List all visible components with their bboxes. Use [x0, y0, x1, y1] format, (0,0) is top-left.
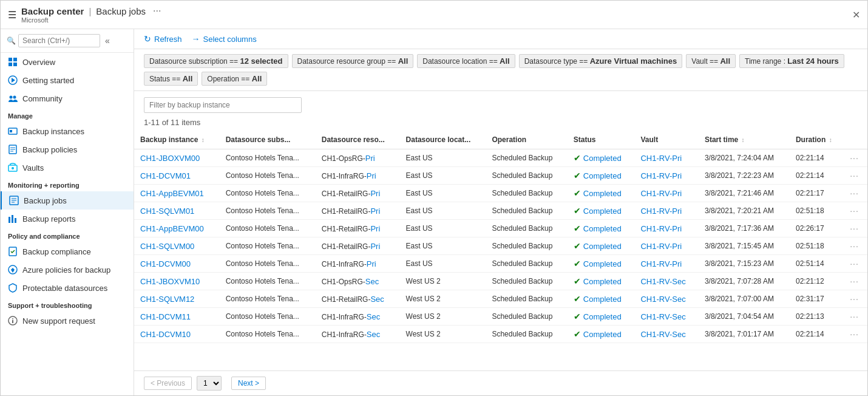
instance-link[interactable]: CH1-DCVM01 [140, 171, 191, 180]
instance-link[interactable]: CH1-DCVM00 [140, 259, 191, 268]
vault-link[interactable]: CH1-RV-Sec [640, 312, 685, 321]
vault-link[interactable]: CH1-RV-Sec [640, 277, 685, 286]
vault-link[interactable]: CH1-RV-Pri [640, 154, 682, 163]
col-location: Datasource locat... [400, 131, 486, 149]
cell-duration: 02:26:17 [790, 220, 844, 237]
rg-link[interactable]: Pri [370, 224, 380, 233]
status-text: Completed [583, 295, 622, 304]
row-more-options-button[interactable]: ··· [850, 329, 859, 339]
svg-marker-5 [12, 78, 15, 83]
instance-link[interactable]: CH1-JBOXVM10 [140, 277, 200, 286]
instance-link[interactable]: CH1-JBOXVM00 [140, 154, 200, 163]
filter-chip-subscription[interactable]: Datasource subscription == 12 selected [144, 54, 288, 68]
row-more-options-button[interactable]: ··· [850, 171, 859, 180]
filter-chip-type[interactable]: Datasource type == Azure Virtual machine… [519, 54, 683, 68]
row-more-options-button[interactable]: ··· [850, 276, 859, 286]
table-row: CH1-AppBEVM00Contoso Hotels Tena...CH1-R… [134, 220, 867, 237]
instance-link[interactable]: CH1-AppBEVM01 [140, 189, 204, 198]
row-more-options-button[interactable]: ··· [850, 259, 859, 268]
table-row: CH1-DCVM11Contoso Hotels Tena...CH1-Infr… [134, 308, 867, 326]
rg-link[interactable]: Pri [370, 207, 380, 216]
rg-link[interactable]: Sec [367, 312, 380, 321]
sidebar-item-label: Protectable datasources [22, 284, 107, 293]
col-start-time[interactable]: Start time ↕ [699, 131, 790, 149]
rg-link[interactable]: Pri [365, 154, 375, 163]
sidebar-item-vaults[interactable]: Vaults [1, 159, 134, 177]
cell-operation: Scheduled Backup [486, 326, 567, 343]
sidebar-item-overview[interactable]: Overview [1, 53, 134, 71]
sidebar-item-new-support-request[interactable]: New support request [1, 312, 134, 330]
row-more-options-button[interactable]: ··· [850, 206, 859, 216]
sidebar-item-getting-started[interactable]: Getting started [1, 71, 134, 89]
filter-input[interactable] [144, 97, 302, 113]
sidebar-item-azure-policies[interactable]: Azure policies for backup [1, 261, 134, 279]
sidebar-item-protectable-datasources[interactable]: Protectable datasources [1, 279, 134, 297]
sidebar-item-backup-instances[interactable]: Backup instances [1, 122, 134, 140]
more-options-icon[interactable]: ··· [153, 5, 161, 16]
vault-link[interactable]: CH1-RV-Pri [640, 224, 682, 233]
row-more-options-button[interactable]: ··· [850, 294, 859, 304]
rg-link[interactable]: Sec [370, 295, 384, 304]
filter-chip-vault[interactable]: Vault == All [686, 54, 736, 68]
rg-link[interactable]: Pri [370, 189, 380, 198]
col-backup-instance[interactable]: Backup instance ↕ [134, 131, 220, 149]
filter-chip-operation[interactable]: Operation == All [202, 72, 267, 86]
instance-link[interactable]: CH1-SQLVM01 [140, 207, 194, 216]
cell-subscription: Contoso Hotels Tena... [220, 273, 316, 290]
svg-point-26 [12, 318, 13, 319]
rg-link[interactable]: Pri [367, 171, 376, 180]
row-more-options-button[interactable]: ··· [850, 153, 859, 163]
search-input[interactable] [18, 34, 100, 47]
rg-link[interactable]: Sec [367, 330, 380, 339]
rg-link[interactable]: Pri [370, 242, 380, 251]
cell-instance: CH1-AppBEVM00 [134, 220, 220, 237]
vault-link[interactable]: CH1-RV-Pri [640, 189, 682, 198]
close-button[interactable]: ✕ [852, 9, 860, 21]
cell-actions: ··· [844, 326, 867, 343]
vault-link[interactable]: CH1-RV-Sec [640, 295, 685, 304]
sidebar-item-backup-jobs[interactable]: Backup jobs [1, 191, 134, 210]
vault-link[interactable]: CH1-RV-Pri [640, 259, 682, 268]
svg-rect-0 [8, 58, 12, 61]
prev-page-button[interactable]: < Previous [144, 377, 192, 390]
row-more-options-button[interactable]: ··· [850, 188, 859, 198]
cell-start-time: 3/8/2021, 7:04:54 AM [699, 308, 790, 326]
instance-link[interactable]: CH1-DCVM11 [140, 312, 191, 321]
sidebar-item-community[interactable]: Community [1, 89, 134, 108]
sidebar-item-backup-compliance[interactable]: Backup compliance [1, 242, 134, 261]
rg-link[interactable]: Pri [367, 259, 376, 268]
filter-chip-time-range[interactable]: Time range : Last 24 hours [739, 54, 844, 68]
instance-link[interactable]: CH1-AppBEVM00 [140, 224, 204, 233]
menu-icon[interactable]: ☰ [8, 9, 16, 21]
monitoring-section-header: Monitoring + reporting [1, 177, 134, 191]
row-more-options-button[interactable]: ··· [850, 241, 859, 251]
rg-link[interactable]: Sec [365, 277, 379, 286]
page-select[interactable]: 1 [197, 376, 222, 391]
filter-chip-resource-group[interactable]: Datasource resource group == All [292, 54, 414, 68]
svg-rect-20 [8, 217, 10, 223]
sort-icon-instance: ↕ [202, 137, 205, 143]
instance-link[interactable]: CH1-DCVM10 [140, 330, 191, 339]
sidebar-item-backup-policies[interactable]: Backup policies [1, 140, 134, 159]
select-columns-button[interactable]: → Select columns [192, 34, 257, 44]
cell-resource-group: CH1-RetailRG-Pri [316, 237, 400, 255]
instance-link[interactable]: CH1-SQLVM00 [140, 242, 194, 251]
collapse-sidebar-button[interactable]: « [105, 36, 110, 46]
row-more-options-button[interactable]: ··· [850, 224, 859, 233]
vault-link[interactable]: CH1-RV-Sec [640, 330, 685, 339]
cell-subscription: Contoso Hotels Tena... [220, 290, 316, 308]
instance-link[interactable]: CH1-SQLVM12 [140, 295, 194, 304]
refresh-button[interactable]: ↻ Refresh [144, 34, 182, 44]
cell-duration: 02:21:12 [790, 273, 844, 290]
cell-location: East US [400, 255, 486, 273]
filter-chip-status[interactable]: Status == All [144, 72, 198, 86]
next-page-button[interactable]: Next > [231, 377, 266, 390]
filter-chip-location[interactable]: Datasource location == All [417, 54, 515, 68]
col-duration[interactable]: Duration ↕ [790, 131, 844, 149]
vault-link[interactable]: CH1-RV-Pri [640, 242, 682, 251]
sidebar-item-backup-reports[interactable]: Backup reports [1, 210, 134, 228]
vault-link[interactable]: CH1-RV-Pri [640, 171, 682, 180]
row-more-options-button[interactable]: ··· [850, 312, 859, 321]
cell-vault: CH1-RV-Pri [634, 255, 698, 273]
vault-link[interactable]: CH1-RV-Pri [640, 207, 682, 216]
